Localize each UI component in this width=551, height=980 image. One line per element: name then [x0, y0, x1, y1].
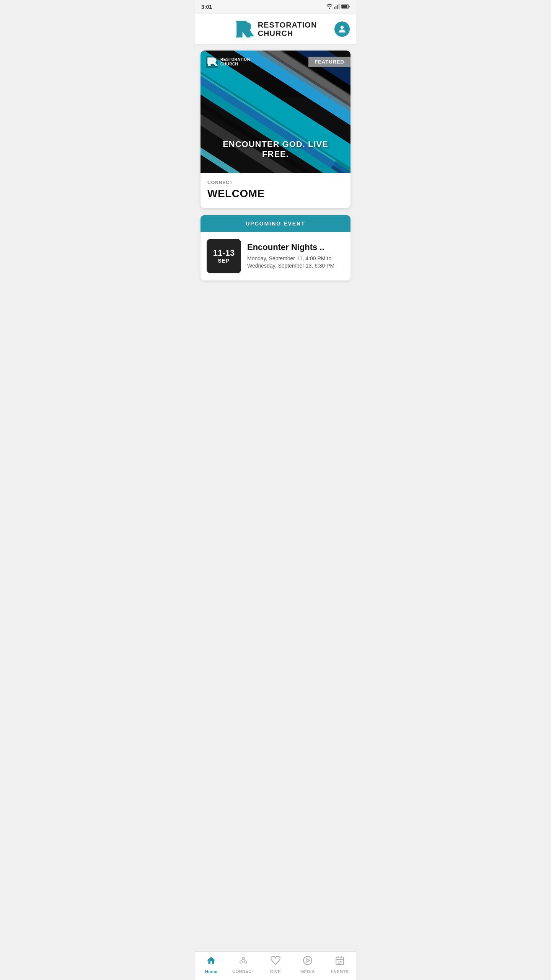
svg-line-33 [241, 960, 243, 961]
featured-badge: FEATURED [308, 57, 350, 67]
event-date-month: SEP [218, 258, 230, 264]
svg-line-34 [244, 960, 246, 961]
restoration-church-logo-icon [234, 19, 254, 39]
svg-rect-4 [339, 3, 340, 9]
svg-point-36 [303, 956, 312, 965]
upcoming-header-text: UPCOMING EVENT [246, 220, 305, 227]
upcoming-header: UPCOMING EVENT [201, 215, 350, 232]
svg-rect-3 [338, 4, 339, 9]
nav-item-connect[interactable]: CONNECT [232, 956, 255, 973]
nav-label-connect: CONNECT [232, 969, 254, 973]
svg-point-30 [240, 961, 242, 963]
svg-rect-1 [336, 6, 336, 9]
connect-icon [238, 956, 249, 967]
main-content: RESTORATION CHURCH FEATURED ENCOUNTER GO… [195, 44, 356, 311]
events-icon: 17 [335, 956, 345, 968]
svg-marker-37 [307, 959, 310, 962]
featured-title: WELCOME [207, 188, 344, 200]
svg-rect-6 [342, 5, 347, 8]
svg-point-11 [341, 26, 344, 29]
nav-item-home[interactable]: Home [200, 956, 223, 974]
church-name-overlay: RESTORATION CHURCH [220, 57, 250, 67]
event-item[interactable]: 11-13 SEP Encounter Nights .. Monday, Se… [201, 232, 350, 281]
nav-label-give: GIVE [270, 969, 281, 974]
status-icons [326, 3, 350, 10]
event-time: Monday, September 11, 4:00 PM to Wednesd… [247, 255, 344, 270]
nav-item-give[interactable]: GIVE [264, 956, 287, 974]
svg-rect-2 [337, 5, 337, 9]
give-icon [271, 956, 280, 968]
status-time: 3:01 [201, 4, 212, 10]
app-logo: RESTORATION CHURCH [234, 19, 317, 39]
svg-point-32 [242, 957, 245, 960]
app-header: RESTORATION CHURCH [195, 14, 356, 44]
svg-point-31 [245, 961, 247, 963]
wifi-icon [326, 3, 333, 10]
featured-card-body: CONNECT WELCOME [201, 173, 350, 208]
nav-item-media[interactable]: MEDIA [296, 956, 319, 974]
status-bar: 3:01 [195, 0, 356, 14]
home-icon [206, 956, 216, 968]
svg-rect-7 [349, 6, 350, 8]
nav-label-events: EVENTS [331, 969, 349, 974]
event-title: Encounter Nights .. [247, 242, 344, 252]
featured-tagline: ENCOUNTER GOD. LIVE FREE. [201, 139, 350, 159]
media-icon [303, 956, 313, 968]
featured-category: CONNECT [207, 180, 344, 185]
profile-icon [334, 21, 350, 37]
upcoming-section: UPCOMING EVENT 11-13 SEP Encounter Night… [201, 215, 350, 281]
svg-rect-0 [334, 7, 335, 9]
signal-icon [334, 3, 340, 10]
svg-text:17: 17 [338, 960, 342, 964]
event-date-box: 11-13 SEP [207, 239, 241, 273]
nav-label-media: MEDIA [300, 969, 315, 974]
nav-label-home: Home [205, 969, 218, 974]
profile-button[interactable] [334, 21, 350, 37]
event-info: Encounter Nights .. Monday, September 11… [247, 242, 344, 270]
featured-card[interactable]: RESTORATION CHURCH FEATURED ENCOUNTER GO… [201, 51, 350, 208]
featured-image: RESTORATION CHURCH FEATURED ENCOUNTER GO… [201, 51, 350, 173]
bottom-navigation: Home CONNECT GIVE [195, 951, 356, 980]
app-name: RESTORATION CHURCH [258, 21, 317, 38]
event-time-line1: Monday, September 11, 4:00 PM to [247, 255, 331, 261]
event-time-line2: Wednesday, September 13, 6:30 PM [247, 263, 334, 269]
church-logo-small [206, 56, 218, 68]
event-date-days: 11-13 [213, 248, 235, 258]
battery-icon [341, 3, 350, 10]
church-logo-overlay: RESTORATION CHURCH [206, 56, 250, 68]
nav-item-events[interactable]: 17 EVENTS [328, 956, 351, 974]
